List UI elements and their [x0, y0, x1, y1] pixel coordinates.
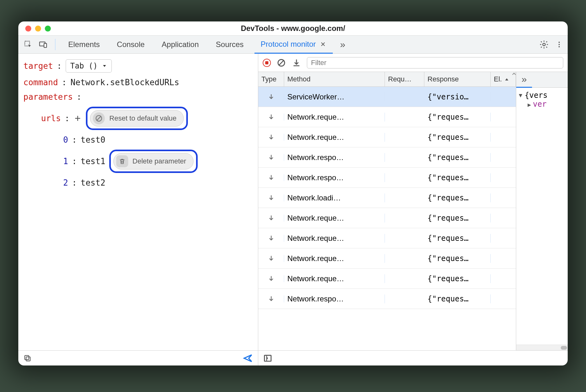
table-row[interactable]: Network.loadi…{"reques…	[258, 188, 516, 208]
table-row[interactable]: Network.respo…{"reques…	[258, 168, 516, 188]
detail-pane: » ▶{vers ▶ver	[516, 72, 568, 350]
copy-icon[interactable]	[23, 354, 32, 362]
window-titlebar: DevTools - www.google.com/	[18, 21, 568, 35]
item-index: 1	[63, 157, 68, 166]
delete-parameter-button[interactable]: Delete parameter	[113, 153, 194, 169]
cell-type	[258, 194, 284, 201]
target-select[interactable]: Tab ()	[66, 59, 112, 73]
delete-callout: Delete parameter	[109, 150, 198, 173]
cell-response: {"versio…	[424, 92, 491, 101]
reset-to-default-button[interactable]: Reset to default value	[90, 110, 184, 127]
cell-response: {"reques…	[424, 274, 491, 283]
cell-type	[258, 174, 284, 181]
item-index: 0	[63, 135, 68, 145]
col-type[interactable]: Type	[258, 72, 284, 86]
cell-type	[258, 235, 284, 242]
cell-response: {"reques…	[424, 254, 491, 263]
panel-tab-bar: Elements Console Application Sources Pro…	[18, 35, 568, 54]
cell-method: Network.respo…	[284, 173, 385, 182]
cell-method: Network.reque…	[284, 234, 385, 243]
svg-point-5	[559, 44, 560, 45]
add-item-icon[interactable]	[73, 114, 82, 123]
cell-type	[258, 275, 284, 282]
cell-type	[258, 154, 284, 161]
log-pane: Type Method Requ… Response El. ServiceWo…	[258, 54, 568, 365]
tab-elements[interactable]: Elements	[62, 35, 106, 54]
more-tabs-icon[interactable]: »	[337, 39, 348, 50]
tab-application[interactable]: Application	[155, 35, 205, 54]
filter-input[interactable]	[307, 57, 563, 68]
cell-method: Network.respo…	[284, 153, 385, 162]
record-button[interactable]	[263, 59, 271, 67]
log-footer	[258, 350, 568, 365]
inspect-element-icon[interactable]	[23, 39, 33, 50]
svg-point-6	[559, 46, 560, 47]
download-icon[interactable]	[292, 58, 301, 68]
col-response[interactable]: Response	[424, 72, 491, 86]
cell-method: Network.reque…	[284, 133, 385, 142]
tab-protocol-monitor[interactable]: Protocol monitor	[254, 35, 333, 54]
table-row[interactable]: Network.reque…{"reques…	[258, 208, 516, 228]
settings-icon[interactable]	[539, 39, 549, 50]
table-row[interactable]: Network.respo…{"reques…	[258, 147, 516, 168]
send-command-icon[interactable]	[243, 353, 253, 363]
chevron-down-icon	[102, 63, 107, 68]
tree-row-child[interactable]: ▶ver	[519, 100, 568, 109]
target-keyword: target	[23, 61, 53, 71]
svg-point-3	[543, 43, 545, 46]
table-row[interactable]: Network.reque…{"reques…	[258, 228, 516, 248]
cell-type	[258, 93, 284, 100]
devtools-window: DevTools - www.google.com/ Elements Cons…	[18, 21, 568, 365]
command-editor-pane: target: Tab () command: Network.setBlock…	[18, 54, 258, 365]
table-row[interactable]: Network.reque…{"reques…	[258, 127, 516, 147]
horizontal-scrollbar[interactable]	[516, 345, 568, 350]
tree-row-root[interactable]: ▶{vers	[519, 91, 568, 100]
tab-label: Protocol monitor	[261, 40, 316, 49]
main-split: target: Tab () command: Network.setBlock…	[18, 54, 568, 365]
table-row[interactable]: Network.respo…{"reques…	[258, 289, 516, 309]
no-entry-icon	[93, 112, 105, 124]
cell-type	[258, 295, 284, 302]
tab-sources[interactable]: Sources	[210, 35, 250, 54]
tab-label: Console	[117, 40, 145, 49]
detail-more-tabs-icon[interactable]: »	[516, 72, 532, 88]
item-value[interactable]: test1	[81, 157, 105, 166]
svg-rect-8	[26, 357, 30, 361]
kebab-menu-icon[interactable]	[554, 39, 565, 50]
cell-method: Network.reque…	[284, 274, 385, 283]
col-method[interactable]: Method	[284, 72, 385, 86]
device-toolbar-icon[interactable]	[38, 39, 49, 50]
cell-response: {"reques…	[424, 133, 491, 142]
table-row[interactable]: Network.reque…{"reques…	[258, 269, 516, 289]
cell-response: {"reques…	[424, 113, 491, 122]
table-row[interactable]: Network.reque…{"reques…	[258, 248, 516, 269]
trash-icon	[116, 155, 128, 167]
cell-response: {"reques…	[424, 173, 491, 182]
tab-console[interactable]: Console	[111, 35, 151, 54]
toggle-drawer-icon[interactable]	[263, 354, 272, 363]
editor-footer	[18, 350, 258, 365]
reset-callout: Reset to default value	[86, 107, 188, 130]
log-table: Type Method Requ… Response El. ServiceWo…	[258, 72, 516, 350]
item-index: 2	[63, 178, 68, 187]
clear-icon[interactable]	[277, 58, 286, 68]
item-value[interactable]: test2	[81, 178, 105, 187]
delete-button-label: Delete parameter	[133, 157, 186, 165]
log-toolbar	[258, 54, 568, 72]
window-title: DevTools - www.google.com/	[18, 24, 568, 33]
target-select-value: Tab ()	[70, 62, 98, 70]
svg-rect-9	[25, 355, 29, 359]
table-row[interactable]: ServiceWorker…{"versio…	[258, 87, 516, 107]
item-value[interactable]: test0	[81, 135, 105, 145]
cell-type	[258, 255, 284, 262]
cell-method: ServiceWorker…	[284, 92, 385, 101]
close-tab-icon[interactable]	[320, 41, 326, 48]
command-keyword: command	[23, 78, 58, 87]
svg-point-4	[559, 42, 560, 43]
tab-label: Sources	[216, 40, 244, 49]
table-row[interactable]: Network.reque…{"reques…	[258, 107, 516, 127]
cell-type	[258, 215, 284, 222]
param-name: urls	[41, 114, 61, 123]
cell-response: {"reques…	[424, 234, 491, 243]
col-request[interactable]: Requ…	[385, 72, 424, 86]
